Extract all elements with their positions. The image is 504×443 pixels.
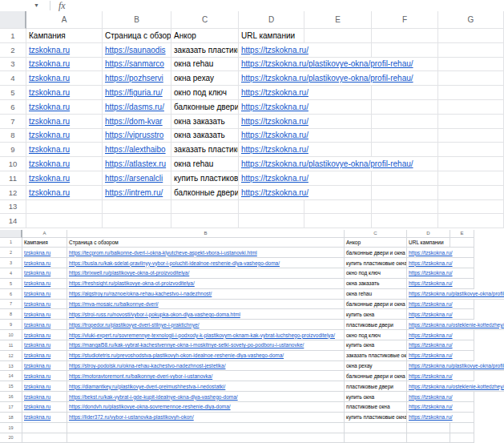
col-header-G[interactable]: G bbox=[438, 11, 504, 29]
cell-C1[interactable]: Анкор bbox=[171, 29, 239, 43]
row-header-15[interactable]: 15 bbox=[0, 381, 22, 392]
row-header-10[interactable]: 10 bbox=[0, 330, 22, 340]
cell-A11[interactable]: tzskokna.ru bbox=[26, 171, 103, 186]
cell-D14[interactable] bbox=[239, 214, 304, 228]
cell-D20[interactable] bbox=[407, 433, 450, 443]
cell-F9[interactable] bbox=[372, 143, 438, 157]
cell-A14[interactable] bbox=[26, 214, 103, 228]
cell-G2[interactable] bbox=[438, 43, 504, 58]
cell-B12[interactable]: https://studiotetris.ru/prevoshodstva-pl… bbox=[67, 351, 345, 361]
cell-C12[interactable]: заказать пластиковые окна bbox=[345, 351, 407, 361]
row-header-13[interactable]: 13 bbox=[0, 361, 22, 372]
row-header-9[interactable]: 9 bbox=[0, 143, 26, 157]
cell-D19[interactable] bbox=[407, 423, 450, 433]
col-header-C[interactable]: C bbox=[345, 230, 407, 238]
row-header-6[interactable]: 6 bbox=[0, 289, 22, 300]
cell-C16[interactable]: купить окна bbox=[345, 392, 407, 402]
row-header-14[interactable]: 14 bbox=[0, 371, 22, 381]
cell-C17[interactable]: пластиковые окна bbox=[345, 402, 407, 413]
cell-B16[interactable]: https://bekst.ru/kak-vybrat-i-gde-kupit-… bbox=[67, 392, 345, 402]
cell-C8[interactable]: купить окна bbox=[345, 309, 407, 320]
row-header-3[interactable]: 3 bbox=[0, 258, 22, 268]
row-header-7[interactable]: 7 bbox=[0, 115, 26, 129]
cell-A13[interactable]: tzskokna.ru bbox=[22, 361, 67, 372]
cell-D18[interactable]: https://tzskokna.ru/ bbox=[407, 413, 474, 423]
cell-A1[interactable]: Кампания bbox=[22, 238, 67, 248]
cell-A4[interactable]: tzskokna.ru bbox=[26, 71, 103, 86]
cell-C8[interactable]: окна заказать bbox=[171, 129, 239, 143]
col-header-B[interactable]: B bbox=[103, 11, 171, 29]
cell-B6[interactable]: https://algstroy.ru/raznoe/okna-rehau-ka… bbox=[67, 289, 345, 300]
col-header-D[interactable]: D bbox=[239, 11, 304, 29]
cell-G14[interactable] bbox=[438, 214, 504, 228]
cell-D5[interactable]: https://tzskokna.ru/ bbox=[407, 279, 474, 289]
cell-B8[interactable]: https://viprusstro bbox=[103, 129, 171, 143]
cell-A6[interactable]: tzskokna.ru bbox=[22, 289, 67, 300]
cell-A2[interactable]: tzskokna.ru bbox=[26, 43, 103, 58]
cell-C14[interactable] bbox=[171, 214, 239, 228]
col-header-B[interactable]: B bbox=[67, 230, 345, 238]
cell-C19[interactable] bbox=[345, 423, 407, 433]
cell-C7[interactable]: балконные двери и окна bbox=[345, 300, 407, 310]
cell-F12[interactable] bbox=[372, 186, 438, 200]
cell-A16[interactable]: tzskokna.ru bbox=[22, 392, 67, 402]
cell-B2[interactable]: https://saunaodis bbox=[103, 43, 171, 58]
cell-F13[interactable] bbox=[372, 200, 438, 215]
row-header-16[interactable]: 16 bbox=[0, 392, 22, 402]
row-header-11[interactable]: 11 bbox=[0, 340, 22, 351]
cell-D3[interactable]: https://tzskokna.ru/ bbox=[407, 258, 474, 268]
cell-B9[interactable]: https://alexthaibo bbox=[103, 143, 171, 157]
cell-B18[interactable]: https://lider372.ru/vybor-i-ustanovka-pl… bbox=[67, 413, 345, 423]
cell-A5[interactable]: tzskokna.ru bbox=[26, 86, 103, 100]
cell-C15[interactable]: пластиковые двери bbox=[345, 381, 407, 392]
cell-C3[interactable]: окна rehau bbox=[171, 58, 239, 72]
cell-D8[interactable]: https://tzskokna.ru/ bbox=[407, 309, 474, 320]
cell-B9[interactable]: https://tropedor.ru/plastikovye-dveri-st… bbox=[67, 320, 345, 330]
cell-F2[interactable] bbox=[372, 43, 438, 58]
cell-D10[interactable]: https://tzskokna.ru/plastikovye-okna/pro… bbox=[239, 157, 438, 171]
col-header-E[interactable]: E bbox=[450, 230, 474, 238]
cell-A17[interactable]: tzskokna.ru bbox=[22, 402, 67, 413]
cell-G7[interactable] bbox=[438, 115, 504, 129]
cell-B7[interactable]: https://dom-kvar bbox=[103, 115, 171, 129]
cell-B14[interactable]: https://motoravtoremont.ru/balkonnye-dve… bbox=[67, 371, 345, 381]
cell-B1[interactable]: Страница с обзором bbox=[67, 238, 345, 248]
cell-A10[interactable]: tzskokna.ru bbox=[22, 330, 67, 340]
cell-F11[interactable] bbox=[372, 171, 438, 186]
col-header-F[interactable]: F bbox=[372, 11, 438, 29]
cell-E19[interactable] bbox=[450, 423, 474, 433]
cell-D11[interactable]: https://tzskokna.ru/ bbox=[407, 340, 474, 351]
cell-B5[interactable]: https://freshsight.ru/plastikovye-okna-o… bbox=[67, 279, 345, 289]
cell-B13[interactable]: https://stroy-podolsk.ru/okna-rehau-kach… bbox=[67, 361, 345, 372]
cell-B1[interactable]: Страница с обзором bbox=[103, 29, 171, 43]
cell-A1[interactable]: Кампания bbox=[26, 29, 103, 43]
cell-B5[interactable]: https://figuria.ru/ bbox=[103, 86, 171, 100]
row-header-2[interactable]: 2 bbox=[0, 248, 22, 258]
cell-C2[interactable]: балконные двери и окна bbox=[345, 248, 407, 258]
cell-A10[interactable]: tzskokna.ru bbox=[26, 157, 103, 171]
cell-B4[interactable]: https://brixwell.ru/plastikovye-okna-ot-… bbox=[67, 268, 345, 279]
cell-C13[interactable] bbox=[171, 200, 239, 215]
select-all-corner[interactable] bbox=[0, 11, 26, 29]
cell-G13[interactable] bbox=[438, 200, 504, 215]
cell-C6[interactable]: окна rehau bbox=[345, 289, 407, 300]
cell-D8[interactable]: https://tzskokna.ru/ bbox=[239, 129, 372, 143]
row-header-8[interactable]: 8 bbox=[0, 129, 26, 143]
cell-C12[interactable]: балконные двери и окна bbox=[171, 186, 239, 200]
row-header-17[interactable]: 17 bbox=[0, 402, 22, 413]
cell-A11[interactable]: tzskokna.ru bbox=[22, 340, 67, 351]
cell-A14[interactable]: tzskokna.ru bbox=[22, 371, 67, 381]
cell-B14[interactable] bbox=[103, 214, 171, 228]
cell-C14[interactable]: балконные двери и окна bbox=[345, 371, 407, 381]
cell-D13[interactable]: https://tzskokna.ru/plastikovye-okna/pro… bbox=[407, 361, 504, 372]
cell-D12[interactable]: https://tzskokna.ru/ bbox=[239, 186, 372, 200]
cell-A8[interactable]: tzskokna.ru bbox=[26, 129, 103, 143]
cell-D10[interactable]: https://tzskokna.ru/ bbox=[407, 330, 474, 340]
cell-C10[interactable]: окна rehau bbox=[171, 157, 239, 171]
cell-A2[interactable]: tzskokna.ru bbox=[22, 248, 67, 258]
cell-D13[interactable] bbox=[239, 200, 304, 215]
cell-B4[interactable]: https://pozhservi bbox=[103, 71, 171, 86]
row-header-10[interactable]: 10 bbox=[0, 157, 26, 171]
cell-A19[interactable] bbox=[22, 423, 67, 433]
cell-D2[interactable]: https://tzskokna.ru/ bbox=[239, 43, 372, 58]
